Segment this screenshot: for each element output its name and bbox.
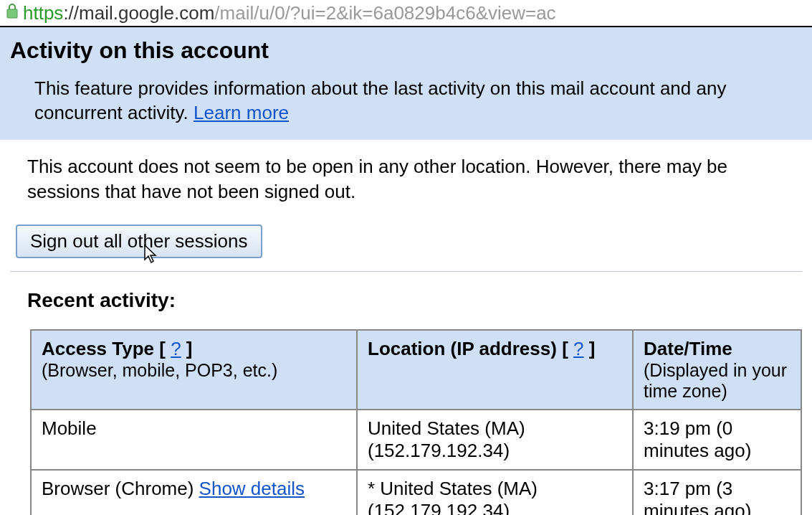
cell-location: United States (MA) (152.179.192.34) (357, 410, 633, 470)
table-header-access-type: Access Type [ ? ] (Browser, mobile, POP3… (31, 330, 357, 410)
header-section: Activity on this account This feature pr… (0, 27, 812, 140)
url-bar: https://mail.google.com/mail/u/0/?ui=2&i… (0, 0, 812, 27)
table-row: Mobile United States (MA) (152.179.192.3… (31, 410, 801, 470)
svg-rect-0 (7, 9, 17, 18)
show-details-link[interactable]: Show details (199, 478, 305, 499)
lock-icon (6, 3, 19, 23)
table-row: Browser (Chrome) Show details * United S… (31, 470, 801, 515)
header-access-type-sub: (Browser, mobile, POP3, etc.) (42, 360, 346, 381)
status-text: This account does not seem to be open in… (10, 154, 802, 204)
table-header-location: Location (IP address) [ ? ] (357, 330, 633, 410)
cell-datetime: 3:17 pm (3 minutes ago) (633, 470, 801, 515)
cell-access-type: Browser (Chrome) Show details (31, 470, 357, 515)
datetime-value: 3:19 pm (0 minutes ago) (644, 417, 751, 461)
cell-location: * United States (MA) (152.179.192.34) (357, 470, 633, 515)
header-access-type-label: Access Type (42, 338, 159, 359)
location-line1: United States (MA) (368, 417, 525, 439)
body-section: This account does not seem to be open in… (0, 140, 812, 515)
header-datetime-sub: (Displayed in your time zone) (644, 360, 790, 402)
location-line2: (152.179.192.34) (368, 440, 510, 461)
header-datetime-label: Date/Time (644, 338, 732, 359)
url-domain: ://mail.google.com (63, 2, 214, 24)
location-line2: (152.179.192.34) (368, 500, 510, 515)
access-type-value: Mobile (42, 417, 97, 439)
access-type-value: Browser (Chrome) (42, 478, 199, 499)
learn-more-link[interactable]: Learn more (194, 102, 289, 123)
header-location-label: Location (IP address) (368, 338, 562, 359)
feature-description-text: This feature provides information about … (34, 77, 726, 123)
activity-table: Access Type [ ? ] (Browser, mobile, POP3… (30, 329, 802, 515)
divider (10, 271, 802, 272)
page-title: Activity on this account (10, 37, 802, 64)
table-header-datetime: Date/Time (Displayed in your time zone) (633, 330, 801, 410)
access-type-help-link[interactable]: ? (171, 338, 181, 359)
location-line1: * United States (MA) (368, 478, 538, 499)
signout-all-sessions-button[interactable]: Sign out all other sessions (16, 225, 262, 258)
recent-activity-heading: Recent activity: (10, 289, 802, 312)
url-protocol: https (23, 2, 63, 24)
cell-datetime: 3:19 pm (0 minutes ago) (633, 410, 801, 470)
url-text[interactable]: https://mail.google.com/mail/u/0/?ui=2&i… (23, 2, 556, 24)
cell-access-type: Mobile (31, 410, 357, 470)
feature-description: This feature provides information about … (10, 77, 802, 126)
url-path: /mail/u/0/?ui=2&ik=6a0829b4c6&view=ac (214, 2, 555, 24)
datetime-value: 3:17 pm (3 minutes ago) (644, 478, 751, 515)
location-help-link[interactable]: ? (573, 338, 583, 359)
